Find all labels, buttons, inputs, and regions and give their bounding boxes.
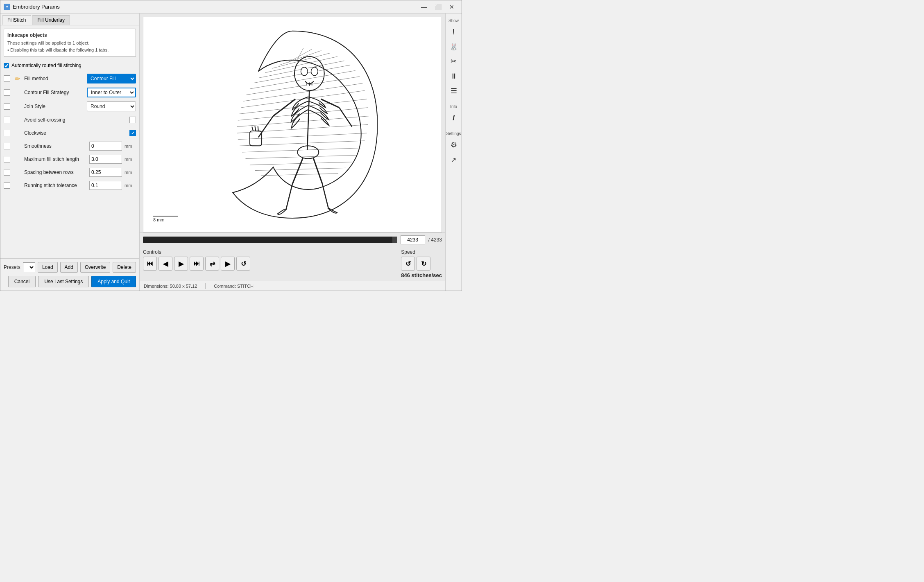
- cancel-button[interactable]: Cancel: [8, 276, 36, 287]
- max-fill-stitch-control: [89, 155, 122, 164]
- gear-button[interactable]: ⚙: [447, 138, 460, 151]
- join-style-checkbox[interactable]: [4, 103, 10, 110]
- running-stitch-tolerance-input[interactable]: [89, 181, 122, 190]
- contour-strategy-checkbox[interactable]: [4, 89, 10, 96]
- show-label: Show: [448, 18, 459, 23]
- tab-fillunderlay[interactable]: Fill Underlay: [32, 15, 70, 25]
- avoid-self-crossing-row-checkbox[interactable]: [4, 117, 10, 123]
- exclamation-button[interactable]: !: [447, 25, 460, 38]
- clockwise-row-checkbox[interactable]: [4, 130, 10, 136]
- arrow-icon: ↗: [451, 156, 456, 164]
- avoid-self-crossing-checkbox[interactable]: [129, 117, 136, 123]
- arrow-button[interactable]: ↗: [447, 153, 460, 166]
- auto-route-label: Automatically routed fill stitching: [11, 63, 82, 68]
- overwrite-button[interactable]: Overwrite: [80, 262, 110, 273]
- fill-method-select[interactable]: Contour Fill Auto Fill Manual Fill: [87, 74, 136, 83]
- param-row-contour-strategy: Contour Fill Strategy Inner to Outer Out…: [4, 86, 136, 99]
- running-stitch-tolerance-checkbox[interactable]: [4, 182, 10, 189]
- avoid-self-crossing-control: [129, 117, 136, 123]
- max-fill-stitch-unit: mm: [125, 157, 136, 162]
- svg-point-24: [311, 67, 318, 76]
- repeat-button[interactable]: ↺: [236, 257, 250, 271]
- slower-button[interactable]: ↺: [401, 257, 415, 271]
- svg-line-6: [240, 141, 365, 146]
- smoothness-unit: mm: [125, 144, 136, 149]
- param-row-running-stitch-tolerance: Running stitch tolerance mm: [4, 179, 136, 192]
- spacing-checkbox[interactable]: [4, 169, 10, 176]
- minimize-button[interactable]: —: [417, 1, 430, 13]
- last-button[interactable]: ⏭: [190, 257, 204, 271]
- lines-icon: ☰: [451, 86, 457, 95]
- load-button[interactable]: Load: [38, 262, 58, 273]
- fill-method-checkbox[interactable]: [4, 75, 10, 82]
- apply-quit-button[interactable]: Apply and Quit: [91, 276, 136, 287]
- contour-strategy-label: Contour Fill Strategy: [24, 90, 84, 95]
- smoothness-checkbox[interactable]: [4, 143, 10, 149]
- speed-value: 846 stitches/sec: [401, 272, 442, 278]
- sidebar-divider-1: [448, 100, 460, 100]
- scale-line: [153, 216, 178, 217]
- status-bar: Dimensions: 50.80 x 57.12 Command: STITC…: [140, 281, 445, 291]
- running-stitch-tolerance-unit: mm: [125, 183, 136, 188]
- first-button[interactable]: ⏮: [143, 257, 157, 271]
- preview-svg: [207, 23, 378, 227]
- pause-icon: ⏸: [450, 72, 457, 81]
- clockwise-checkbox[interactable]: [129, 130, 136, 136]
- spacing-icon: [13, 168, 22, 177]
- join-style-select[interactable]: Round Miter Bevel: [87, 102, 136, 111]
- auto-route-checkbox[interactable]: [4, 63, 9, 68]
- svg-line-5: [238, 133, 367, 140]
- play-button[interactable]: ▶: [221, 257, 235, 271]
- spacing-control: [89, 168, 122, 177]
- scale-label: 8 mm: [153, 217, 165, 222]
- add-button[interactable]: Add: [60, 262, 78, 273]
- window-controls: — ⬜ ✕: [417, 1, 458, 13]
- svg-line-31: [258, 116, 273, 138]
- smoothness-input[interactable]: [89, 142, 122, 151]
- use-last-settings-button[interactable]: Use Last Settings: [38, 276, 89, 287]
- maximize-button[interactable]: ⬜: [431, 1, 444, 13]
- svg-line-40: [313, 158, 322, 183]
- delete-button[interactable]: Delete: [113, 262, 136, 273]
- lines-button[interactable]: ☰: [447, 84, 460, 97]
- spacing-input[interactable]: [89, 168, 122, 177]
- speed-buttons: ↺ ↻: [401, 257, 442, 271]
- faster-button[interactable]: ↻: [417, 257, 430, 271]
- running-stitch-tolerance-icon: [13, 181, 22, 190]
- scissors-button[interactable]: ✂: [447, 55, 460, 68]
- progress-input[interactable]: [401, 235, 425, 244]
- smoothness-icon: [13, 142, 22, 151]
- join-style-icon: [13, 102, 22, 111]
- inkscape-box-line1: These settings will be applied to 1 obje…: [7, 40, 132, 47]
- spacing-label: Spacing between rows: [24, 169, 87, 175]
- max-fill-stitch-checkbox[interactable]: [4, 156, 10, 162]
- dimensions-text: Dimensions: 50.80 x 57.12: [144, 284, 197, 289]
- param-row-max-fill-stitch: Maximum fill stitch length mm: [4, 153, 136, 166]
- progress-area: / 4233: [140, 232, 445, 247]
- close-button[interactable]: ✕: [445, 1, 458, 13]
- presets-label: Presets: [4, 264, 20, 270]
- bunny-button[interactable]: 🐰: [447, 40, 460, 53]
- info-icon: i: [453, 114, 455, 122]
- tab-fillstitch[interactable]: FillStitch: [2, 15, 31, 25]
- info-label: Info: [450, 104, 457, 109]
- svg-line-34: [255, 126, 256, 131]
- prev-button[interactable]: ◀: [159, 257, 172, 271]
- bottom-section: Presets Load Add Overwrite Delete Cancel…: [0, 258, 139, 291]
- param-row-avoid-self-crossing: Avoid self-crossing: [4, 113, 136, 126]
- progress-track[interactable]: [143, 237, 397, 243]
- presets-select[interactable]: [23, 262, 35, 272]
- max-fill-stitch-input[interactable]: [89, 155, 122, 164]
- next-button[interactable]: ▶: [174, 257, 188, 271]
- toggle-button[interactable]: ⇄: [205, 257, 219, 271]
- scale-bar: 8 mm: [153, 216, 178, 222]
- contour-strategy-select[interactable]: Inner to Outer Outer to Inner: [87, 88, 136, 97]
- left-panel: FillStitch Fill Underlay Inkscape object…: [0, 14, 140, 291]
- controls-buttons: ⏮ ◀ ▶ ⏭ ⇄ ▶ ↺: [143, 257, 250, 271]
- controls-area: Controls ⏮ ◀ ▶ ⏭ ⇄ ▶ ↺ Speed ↺: [140, 247, 445, 281]
- info-button[interactable]: i: [447, 111, 460, 124]
- pause-button[interactable]: ⏸: [447, 70, 460, 83]
- inkscape-box-line2: • Disabling this tab will disable the fo…: [7, 47, 132, 54]
- fill-method-control: Contour Fill Auto Fill Manual Fill: [87, 74, 136, 83]
- settings-label: Settings: [446, 131, 461, 136]
